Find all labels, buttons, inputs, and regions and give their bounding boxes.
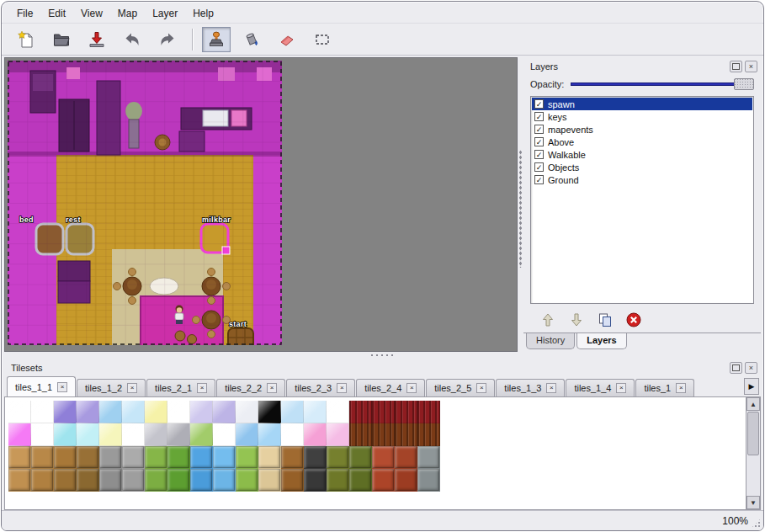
tileset-tile[interactable] (99, 423, 122, 446)
tileset-tile[interactable] (281, 423, 304, 446)
opacity-slider-handle[interactable] (734, 78, 754, 90)
tileset-tile[interactable] (122, 423, 145, 446)
delete-layer-button[interactable] (624, 311, 643, 329)
tileset-tile[interactable] (236, 401, 258, 423)
tileset-tile[interactable] (145, 401, 167, 423)
tileset-tab-tiles_1_1[interactable]: tiles_1_1× (7, 376, 76, 396)
tileset-tab-tiles_1_2[interactable]: tiles_1_2× (77, 379, 146, 396)
tileset-tile[interactable] (167, 423, 190, 446)
resize-grip[interactable] (751, 518, 762, 529)
tab-close-icon[interactable]: × (476, 383, 486, 393)
layer-row-keys[interactable]: ✓keys (532, 110, 752, 123)
tab-close-icon[interactable]: × (57, 382, 67, 392)
tileset-tile[interactable] (304, 446, 327, 469)
tileset-tile[interactable] (213, 446, 236, 469)
eraser-tool-button[interactable] (273, 27, 301, 52)
tileset-tile[interactable] (122, 446, 145, 469)
tileset-tab-tiles_2_5[interactable]: tiles_2_5× (426, 379, 495, 396)
tileset-tile[interactable] (213, 423, 236, 446)
close-panel-icon[interactable]: × (745, 61, 757, 72)
tileset-tile[interactable] (213, 469, 236, 492)
tileset-tile[interactable] (327, 469, 349, 492)
tileset-tile[interactable] (190, 446, 213, 469)
stamp-tool-button[interactable] (202, 27, 231, 52)
tileset-tile[interactable] (190, 423, 213, 446)
layer-row-Objects[interactable]: ✓Objects (532, 161, 752, 173)
menu-edit[interactable]: Edit (41, 7, 72, 21)
tileset-tile[interactable] (372, 423, 395, 446)
tileset-tile[interactable] (99, 401, 122, 423)
tileset-tile[interactable] (372, 446, 395, 469)
tileset-tab-tiles_1_4[interactable]: tiles_1_4× (566, 379, 635, 396)
tileset-tile[interactable] (349, 423, 372, 446)
tileset-tile[interactable] (145, 446, 167, 469)
rect-select-tool-button[interactable] (308, 27, 337, 52)
open-map-button[interactable] (47, 27, 76, 52)
undo-button[interactable] (118, 27, 146, 52)
tileset-tile[interactable] (236, 446, 258, 469)
tileset-tile[interactable] (372, 401, 395, 423)
tab-history[interactable]: History (526, 333, 575, 349)
tileset-tile[interactable] (417, 469, 440, 492)
tileset-tile[interactable] (395, 423, 417, 446)
scroll-up-icon[interactable]: ▲ (746, 397, 760, 411)
close-panel-icon[interactable]: × (745, 362, 757, 374)
tileset-tab-tiles_2_2[interactable]: tiles_2_2× (216, 379, 285, 396)
tileset-tile[interactable] (304, 469, 327, 492)
tileset-tile[interactable] (395, 469, 417, 492)
fill-tool-button[interactable] (237, 27, 266, 52)
tileset-tile[interactable] (327, 446, 349, 469)
tileset-tile[interactable] (236, 423, 258, 446)
tab-close-icon[interactable]: × (197, 383, 207, 393)
tileset-tile[interactable] (77, 446, 99, 469)
tileset-tile[interactable] (77, 401, 99, 423)
redo-button[interactable] (153, 27, 182, 52)
tab-close-icon[interactable]: × (406, 383, 417, 393)
tileset-tile[interactable] (31, 401, 54, 423)
tab-close-icon[interactable]: × (127, 383, 137, 393)
scrollbar-thumb[interactable] (747, 412, 759, 455)
layer-row-mapevents[interactable]: ✓mapevents (532, 123, 752, 136)
tileset-tile[interactable] (349, 401, 372, 423)
menu-file[interactable]: File (10, 7, 40, 21)
tileset-tile[interactable] (190, 401, 213, 423)
tileset-tile[interactable] (327, 423, 349, 446)
layer-row-Ground[interactable]: ✓Ground (532, 173, 752, 186)
tileset-tile[interactable] (417, 401, 440, 423)
tileset-tile[interactable] (54, 423, 77, 446)
tileset-tile[interactable] (281, 446, 304, 469)
tileset-tile[interactable] (372, 469, 395, 492)
tileset-tile[interactable] (99, 469, 122, 492)
menu-layer[interactable]: Layer (146, 7, 184, 21)
tileset-tile[interactable] (417, 423, 440, 446)
tileset-tab-tiles_2_3[interactable]: tiles_2_3× (286, 379, 355, 396)
tileset-tab-tiles_1[interactable]: tiles_1× (635, 379, 694, 396)
tileset-tile[interactable] (145, 469, 167, 492)
raise-layer-button[interactable] (539, 311, 557, 329)
tileset-tile[interactable] (213, 401, 236, 423)
tileset-tab-tiles_2_4[interactable]: tiles_2_4× (356, 379, 425, 396)
menu-help[interactable]: Help (186, 7, 220, 21)
tileset-tile[interactable] (54, 446, 77, 469)
scroll-down-icon[interactable]: ▼ (746, 496, 760, 509)
tileset-tile[interactable] (190, 469, 213, 492)
tab-close-icon[interactable]: × (616, 383, 626, 393)
tileset-tile[interactable] (349, 446, 372, 469)
tileset-tile[interactable] (327, 401, 349, 423)
tileset-tile[interactable] (395, 446, 417, 469)
menu-view[interactable]: View (74, 7, 109, 21)
float-panel-icon[interactable] (730, 61, 742, 72)
tileset-tile[interactable] (167, 446, 190, 469)
layer-visibility-checkbox[interactable]: ✓ (534, 150, 544, 159)
tileset-tile[interactable] (31, 446, 54, 469)
tileset-tile[interactable] (258, 469, 281, 492)
tileset-tile[interactable] (304, 423, 327, 446)
tileset-grid[interactable] (8, 401, 440, 492)
vertical-splitter[interactable] (518, 57, 523, 352)
layer-visibility-checkbox[interactable]: ✓ (534, 99, 544, 109)
layer-list[interactable]: ✓spawn✓keys✓mapevents✓Above✓Walkable✓Obj… (530, 96, 754, 304)
layer-visibility-checkbox[interactable]: ✓ (534, 112, 544, 121)
tileset-tile[interactable] (304, 401, 327, 423)
tab-close-icon[interactable]: × (337, 383, 347, 393)
layer-visibility-checkbox[interactable]: ✓ (534, 175, 544, 184)
